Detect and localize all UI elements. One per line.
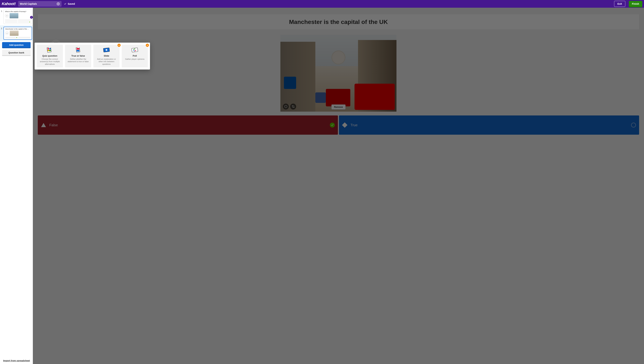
slide-thumb-timer: 20: [5, 14, 9, 18]
slide-sidebar: 1 What is the capital of Norway? 20 !: [0, 8, 33, 364]
slide-thumb: Manchester is the capital of the ... 20: [4, 27, 32, 40]
slide-icon: i: [103, 47, 110, 53]
slide-item-1[interactable]: 1 What is the capital of Norway? 20 !: [0, 8, 33, 25]
slide-thumb-title: Manchester is the capital of the ...: [5, 28, 30, 30]
saved-indicator: Saved: [64, 2, 75, 5]
add-question-button[interactable]: Add question: [2, 42, 31, 48]
warning-badge-icon: !: [30, 16, 33, 19]
qtype-title: True or false: [71, 54, 85, 57]
premium-crown-icon: [146, 44, 149, 47]
slide-thumb-title: What is the capital of Norway?: [5, 11, 31, 12]
qtype-slide[interactable]: i Slide Add an explanation or other info…: [93, 45, 120, 68]
svg-rect-10: [77, 48, 79, 50]
slide-thumb-image: [10, 30, 19, 36]
saved-label: Saved: [68, 2, 75, 5]
app-logo: Kahoot!: [2, 2, 16, 6]
svg-rect-6: [49, 48, 51, 50]
slide-thumb-answer: [18, 21, 31, 23]
slide-thumb-answer: [18, 20, 31, 21]
slide-thumb: What is the capital of Norway? 20 !: [4, 10, 32, 24]
svg-rect-15: [132, 48, 138, 52]
check-icon: [64, 2, 67, 5]
import-spreadsheet-link[interactable]: Import from spreadsheet: [3, 359, 33, 362]
slide-item-2[interactable]: 2 Manchester is the capital of the ... 2…: [0, 25, 33, 41]
slide-thumb-answer: [5, 21, 18, 23]
slide-number: 1: [1, 10, 3, 24]
svg-rect-5: [48, 48, 49, 50]
poll-icon: [131, 47, 138, 53]
kahoot-title-text: World Capitals: [20, 2, 37, 5]
slide-thumb-answer: [5, 37, 18, 38]
question-type-popup: Quiz question Choose the correct answer(…: [35, 42, 150, 70]
slide-thumb-answer: [18, 37, 30, 38]
svg-text:i: i: [106, 49, 107, 51]
app-header: Kahoot! World Capitals Saved Exit Finish: [0, 0, 644, 8]
qtype-desc: Define whether the statement is true or …: [67, 58, 90, 63]
truefalse-icon: [75, 47, 82, 53]
qtype-title: Poll: [133, 54, 137, 57]
slide-number: 2: [1, 27, 3, 40]
svg-rect-7: [48, 50, 49, 51]
qtype-poll[interactable]: Poll Gather player opinions: [122, 45, 148, 68]
slide-thumb-image: [10, 13, 18, 18]
question-bank-button[interactable]: Question bank: [2, 50, 31, 55]
premium-crown-icon: [118, 44, 121, 47]
qtype-desc: Gather player opinions: [125, 58, 145, 60]
kahoot-title-field[interactable]: World Capitals: [18, 1, 62, 7]
svg-rect-8: [49, 50, 51, 51]
finish-button[interactable]: Finish: [629, 1, 642, 7]
gear-icon[interactable]: [57, 2, 60, 6]
quiz-icon: [46, 47, 54, 53]
qtype-desc: Add an explanation or other info between…: [95, 58, 118, 65]
qtype-quiz[interactable]: Quiz question Choose the correct answer(…: [37, 45, 63, 68]
editor-canvas: Manchester is the capital of the UK 20 s…: [33, 8, 644, 364]
qtype-title: Slide: [104, 54, 109, 57]
svg-point-0: [58, 4, 59, 4]
qtype-title: Quiz question: [42, 54, 57, 57]
qtype-desc: Choose the correct answer(s) from multip…: [38, 58, 62, 65]
slide-thumb-timer: 20: [5, 32, 9, 35]
slide-thumb-answer: [5, 20, 18, 21]
svg-rect-11: [77, 50, 79, 52]
slides-list: 1 What is the capital of Norway? 20 !: [0, 8, 33, 41]
qtype-truefalse[interactable]: True or false Define whether the stateme…: [65, 45, 91, 68]
exit-button[interactable]: Exit: [614, 1, 625, 7]
